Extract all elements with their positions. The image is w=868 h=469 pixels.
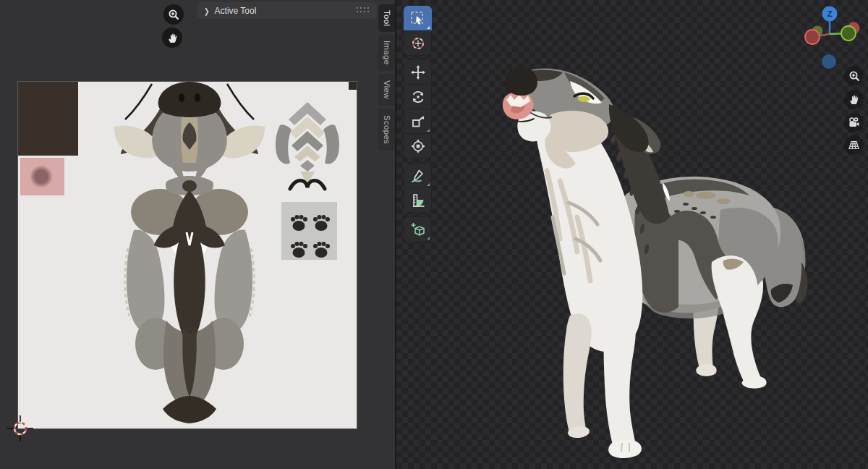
image-corner-marker (349, 82, 357, 90)
tab-image[interactable]: Image (378, 35, 395, 71)
add-cube-icon[interactable] (404, 216, 432, 242)
annotate-icon[interactable] (404, 163, 432, 188)
move-icon[interactable] (404, 59, 432, 85)
tab-view[interactable]: View (378, 74, 395, 106)
navigation-gizmo[interactable]: Z (796, 1, 862, 70)
wolf-texture-art (18, 82, 357, 428)
tab-tool[interactable]: Tool (378, 4, 395, 32)
axis-z-neg-ball (822, 54, 836, 69)
scale-icon[interactable] (404, 109, 432, 134)
texture-image[interactable] (18, 82, 357, 428)
camera-view-icon[interactable] (844, 113, 864, 132)
pan-hand-icon[interactable] (162, 28, 182, 48)
panel-title: Active Tool (215, 6, 257, 16)
select-box-icon[interactable] (404, 6, 432, 31)
viewport-3d-region[interactable]: Z (396, 0, 868, 469)
pan-hand-icon[interactable] (844, 90, 864, 109)
rotate-icon[interactable] (404, 84, 432, 109)
cursor-tool-icon[interactable] (404, 30, 432, 56)
axis-y-pos-ball (841, 26, 856, 41)
axis-x-neg-ball (805, 30, 820, 44)
transform-icon[interactable] (404, 133, 432, 159)
axis-z-label: Z (827, 9, 833, 18)
image-editor-region: ❯ Active Tool Tool Image View Scopes (0, 0, 396, 469)
measure-icon[interactable] (404, 187, 432, 213)
collapse-chevron-icon[interactable]: ❯ (204, 7, 210, 15)
2d-cursor[interactable] (7, 415, 33, 441)
sidebar-tabs: Tool Image View Scopes (378, 0, 395, 469)
tab-scopes[interactable]: Scopes (378, 109, 395, 151)
zoom-in-icon[interactable] (163, 4, 184, 25)
blender-window: { "image_editor": { "panel_header": { "c… (0, 0, 868, 469)
grid-perspective-icon[interactable] (844, 135, 864, 155)
zoom-in-icon[interactable] (844, 66, 864, 85)
panel-drag-grip-icon[interactable] (357, 7, 371, 14)
wolf-model[interactable] (396, 0, 868, 469)
active-tool-panel-header[interactable]: ❯ Active Tool (197, 2, 377, 19)
